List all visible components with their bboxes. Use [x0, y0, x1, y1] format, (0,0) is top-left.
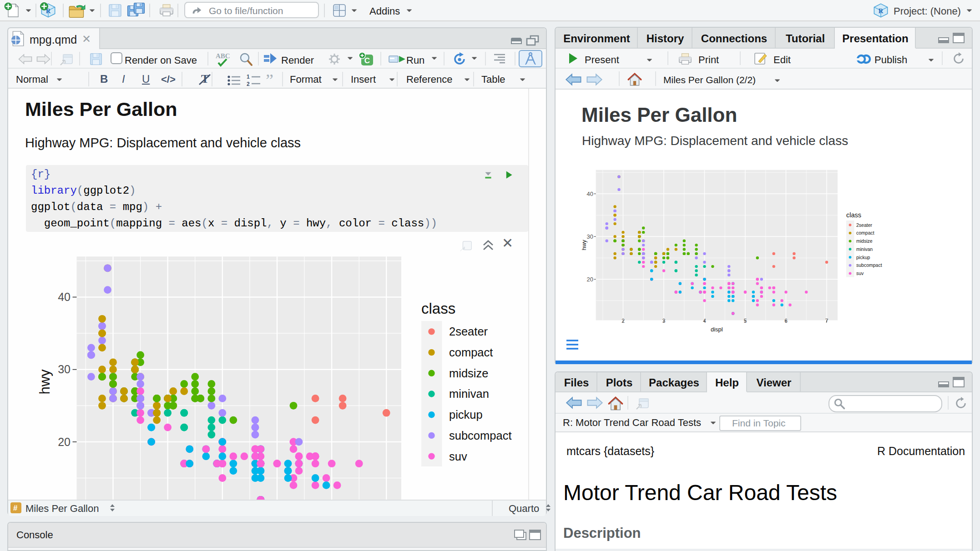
svg-text:displ: displ	[711, 326, 723, 333]
svg-text:midsize: midsize	[856, 238, 873, 244]
svg-text:40: 40	[58, 291, 71, 303]
svg-text:ABC: ABC	[216, 52, 230, 60]
svg-text:compact: compact	[856, 230, 874, 235]
svg-text:subcompact: subcompact	[449, 429, 512, 442]
svg-text:30: 30	[58, 363, 71, 376]
svg-text:hwy: hwy	[581, 240, 587, 250]
svg-text:pickup: pickup	[856, 255, 870, 260]
svg-text:C: C	[364, 56, 370, 65]
svg-text:40: 40	[587, 190, 593, 197]
svg-text:midsize: midsize	[449, 367, 488, 380]
svg-text:minivan: minivan	[449, 387, 489, 400]
svg-text:2seater: 2seater	[856, 222, 873, 228]
svg-text:20: 20	[58, 436, 71, 448]
svg-text:2: 2	[247, 81, 250, 87]
svg-text:class: class	[846, 211, 861, 219]
svg-text:hwy: hwy	[37, 369, 53, 395]
svg-text:pickup: pickup	[449, 408, 483, 421]
svg-text:suv: suv	[449, 450, 467, 463]
svg-text:suv: suv	[856, 270, 864, 276]
svg-text:subcompact: subcompact	[856, 262, 882, 268]
svg-text:1: 1	[247, 74, 250, 80]
svg-text:30: 30	[587, 233, 593, 240]
svg-text:2seater: 2seater	[449, 325, 488, 338]
svg-text:20: 20	[587, 276, 593, 283]
svg-text:class: class	[421, 300, 455, 317]
svg-text:compact: compact	[449, 346, 493, 359]
svg-text:R: R	[879, 7, 884, 15]
svg-text:minivan: minivan	[856, 246, 873, 252]
